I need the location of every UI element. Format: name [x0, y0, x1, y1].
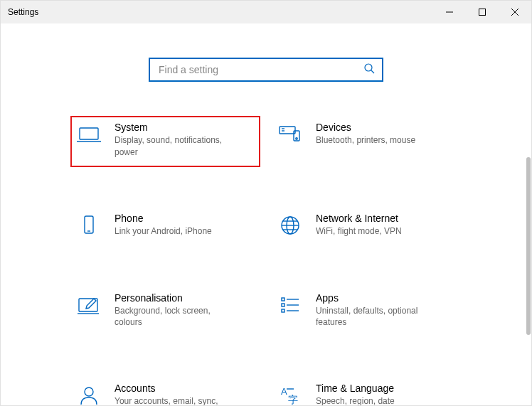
maximize-icon [479, 9, 486, 16]
category-text: Accounts Your accounts, email, sync, wor… [115, 383, 235, 406]
svg-text:字: 字 [288, 394, 298, 405]
svg-point-28 [85, 388, 93, 396]
svg-rect-8 [280, 127, 295, 134]
search-icon [363, 63, 375, 77]
settings-window: Settings [0, 0, 532, 406]
svg-rect-6 [80, 128, 98, 139]
category-desc: Bluetooth, printers, mouse [316, 134, 415, 146]
category-desc: Background, lock screen, colours [115, 305, 235, 329]
time-language-icon: A字 [277, 383, 303, 406]
category-desc: WiFi, flight mode, VPN [316, 225, 402, 237]
category-title: Personalisation [115, 292, 235, 304]
maximize-button[interactable] [466, 1, 499, 23]
close-button[interactable] [499, 1, 531, 23]
category-grid: System Display, sound, notifications, po… [72, 117, 460, 406]
category-title: Apps [316, 292, 437, 304]
apps-icon [277, 292, 303, 318]
titlebar: Settings [1, 1, 531, 23]
svg-point-4 [365, 64, 372, 71]
devices-icon [277, 122, 303, 147]
category-text: System Display, sound, notifications, po… [115, 122, 235, 159]
category-desc: Link your Android, iPhone [115, 225, 212, 237]
category-title: Accounts [115, 383, 235, 394]
category-personalisation[interactable]: Personalisation Background, lock screen,… [72, 288, 259, 336]
system-icon [76, 122, 102, 147]
personalisation-icon [76, 292, 102, 318]
category-title: Devices [316, 122, 415, 133]
category-network[interactable]: Network & Internet WiFi, flight mode, VP… [273, 208, 460, 245]
category-text: Apps Uninstall, defaults, optional featu… [316, 292, 437, 329]
svg-rect-20 [79, 299, 97, 311]
category-text: Phone Link your Android, iPhone [115, 213, 212, 237]
minimize-icon [446, 9, 453, 16]
category-devices[interactable]: Devices Bluetooth, printers, mouse [273, 117, 460, 166]
svg-rect-24 [282, 309, 284, 312]
search-wrap [1, 58, 531, 82]
svg-text:A: A [281, 386, 287, 397]
svg-rect-22 [282, 298, 284, 301]
minimize-button[interactable] [433, 1, 466, 23]
scrollbar-thumb[interactable] [526, 157, 531, 335]
svg-rect-23 [282, 304, 284, 306]
category-desc: Speech, region, date [316, 395, 395, 406]
search-input[interactable] [157, 63, 363, 76]
svg-rect-1 [479, 9, 486, 16]
svg-point-10 [296, 138, 297, 139]
category-title: Phone [115, 213, 212, 224]
close-icon [511, 9, 518, 16]
window-title: Settings [8, 7, 38, 17]
category-desc: Your accounts, email, sync, work, family [115, 395, 235, 406]
category-phone[interactable]: Phone Link your Android, iPhone [72, 208, 259, 245]
phone-icon [76, 213, 102, 238]
category-text: Network & Internet WiFi, flight mode, VP… [316, 213, 402, 237]
network-icon [277, 213, 303, 238]
category-title: Time & Language [316, 383, 395, 394]
category-system[interactable]: System Display, sound, notifications, po… [72, 117, 259, 166]
category-text: Devices Bluetooth, printers, mouse [316, 122, 415, 146]
window-controls [433, 1, 531, 23]
category-text: Personalisation Background, lock screen,… [115, 292, 235, 329]
category-title: System [115, 122, 235, 133]
search-box[interactable] [149, 58, 383, 82]
svg-line-5 [371, 70, 374, 73]
category-time-language[interactable]: A字 Time & Language Speech, region, date [273, 378, 460, 406]
accounts-icon [76, 383, 102, 406]
content-area: System Display, sound, notifications, po… [1, 58, 531, 406]
category-apps[interactable]: Apps Uninstall, defaults, optional featu… [273, 288, 460, 336]
category-title: Network & Internet [316, 213, 402, 224]
category-desc: Display, sound, notifications, power [115, 134, 235, 159]
category-text: Time & Language Speech, region, date [316, 383, 395, 406]
category-desc: Uninstall, defaults, optional features [316, 305, 437, 329]
category-accounts[interactable]: Accounts Your accounts, email, sync, wor… [72, 378, 259, 406]
